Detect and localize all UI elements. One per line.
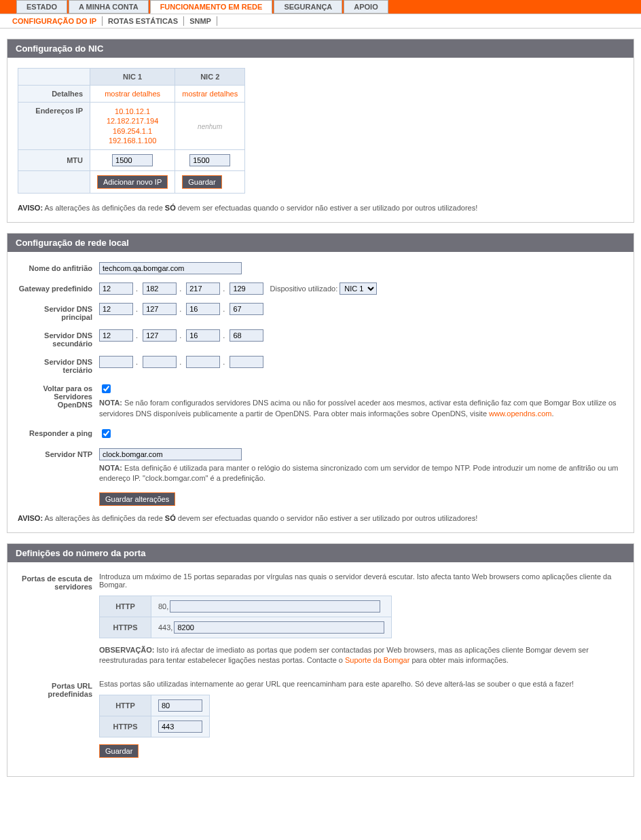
bomgar-support-link[interactable]: Suporte da Bomgar bbox=[345, 656, 409, 664]
nic-warning: AVISO: As alterações às definições da re… bbox=[18, 204, 623, 212]
listen-ports-desc: Introduza um máximo de 15 portas separad… bbox=[99, 572, 623, 589]
dns2-label: Servidor DNS secundário bbox=[18, 329, 99, 348]
main-tab-bar: ESTADO A MINHA CONTA FUNCIONAMENTO EM RE… bbox=[0, 0, 641, 14]
gateway-oct2[interactable] bbox=[143, 282, 177, 295]
dns3-oct2[interactable] bbox=[143, 356, 177, 368]
gateway-oct1[interactable] bbox=[99, 282, 133, 295]
sub-tab-bar: CONFIGURAÇÃO DO IP ROTAS ESTÁTICAS SNMP bbox=[0, 14, 641, 29]
listen-https-prefix: 443, bbox=[158, 623, 172, 632]
tab-seguranca[interactable]: SEGURANÇA bbox=[274, 0, 342, 14]
nic2-mtu-input[interactable] bbox=[189, 154, 230, 166]
tab-funcionamento-rede[interactable]: FUNCIONAMENTO EM REDE bbox=[150, 0, 273, 14]
subtab-rotas[interactable]: ROTAS ESTÁTICAS bbox=[103, 16, 184, 26]
device-select[interactable]: NIC 1 bbox=[340, 282, 377, 295]
hostname-input[interactable] bbox=[99, 262, 242, 274]
nic-row-ips-label: Endereços IP bbox=[18, 103, 90, 150]
opendns-link[interactable]: www.opendns.com bbox=[489, 409, 551, 418]
opendns-checkbox[interactable] bbox=[102, 384, 111, 393]
url-https-label: HTTPS bbox=[100, 716, 151, 737]
url-https-input[interactable] bbox=[158, 720, 202, 733]
listen-http-label: HTTP bbox=[100, 596, 151, 617]
listen-observation: OBSERVAÇÃO: Isto irá afectar de imediato… bbox=[99, 645, 623, 666]
nic1-ip-list: 10.10.12.1 12.182.217.194 169.254.1.1 19… bbox=[90, 103, 175, 150]
ntp-note: NOTA: Esta definição é utilizada para ma… bbox=[99, 463, 623, 484]
section-ports: Definições do número da porta Portas de … bbox=[7, 543, 634, 777]
dns3-oct4[interactable] bbox=[230, 356, 263, 368]
nic-col-2: NIC 2 bbox=[175, 69, 245, 86]
dns3-oct3[interactable] bbox=[186, 356, 220, 368]
dns1-oct2[interactable] bbox=[143, 303, 177, 315]
section-nic: Configuração do NIC NIC 1 NIC 2 Detalhes… bbox=[7, 39, 634, 223]
lan-save-button[interactable]: Guardar alterações bbox=[99, 492, 175, 506]
listen-ports-label: Portas de escuta de servidores bbox=[18, 572, 99, 591]
hostname-label: Nome do anfitrião bbox=[18, 262, 99, 272]
tab-estado[interactable]: ESTADO bbox=[16, 0, 67, 14]
tab-apoio[interactable]: APOIO bbox=[344, 0, 388, 14]
subtab-config-ip[interactable]: CONFIGURAÇÃO DO IP bbox=[7, 16, 103, 26]
dns1-oct1[interactable] bbox=[99, 303, 133, 315]
ntp-input[interactable] bbox=[99, 448, 242, 460]
url-port-table: HTTP HTTPS bbox=[99, 695, 210, 737]
url-ports-label: Portas URL predefinidas bbox=[18, 680, 99, 698]
listen-port-table: HTTP 80, HTTPS 443, bbox=[99, 596, 392, 638]
section-lan-title: Configuração de rede local bbox=[7, 234, 634, 252]
section-ports-title: Definições do número da porta bbox=[7, 544, 634, 562]
nic2-ip-none: nenhum bbox=[198, 123, 222, 130]
gateway-oct4[interactable] bbox=[230, 282, 263, 295]
url-http-label: HTTP bbox=[100, 695, 151, 716]
ntp-label: Servidor NTP bbox=[18, 448, 99, 458]
listen-http-prefix: 80, bbox=[158, 602, 168, 610]
ping-label: Responder a ping bbox=[18, 427, 99, 437]
ping-checkbox[interactable] bbox=[102, 429, 111, 438]
dns3-oct1[interactable] bbox=[99, 356, 133, 368]
nic-row-details-label: Detalhes bbox=[18, 86, 90, 103]
dns1-oct4[interactable] bbox=[230, 303, 263, 315]
dns2-oct4[interactable] bbox=[230, 329, 263, 342]
dns2-oct2[interactable] bbox=[143, 329, 177, 342]
device-label: Dispositivo utilizado: bbox=[270, 285, 338, 293]
section-lan: Configuração de rede local Nome do anfit… bbox=[7, 233, 634, 533]
nic-col-1: NIC 1 bbox=[90, 69, 175, 86]
listen-https-input[interactable] bbox=[174, 621, 384, 634]
lan-warning: AVISO: As alterações às definições da re… bbox=[18, 514, 623, 522]
gateway-label: Gateway predefinido bbox=[18, 282, 99, 293]
nic1-details-link[interactable]: mostrar detalhes bbox=[105, 90, 160, 98]
nic-table: NIC 1 NIC 2 Detalhes mostrar detalhes mo… bbox=[18, 68, 245, 194]
section-nic-title: Configuração do NIC bbox=[7, 39, 634, 58]
url-http-input[interactable] bbox=[158, 699, 202, 712]
dns2-oct3[interactable] bbox=[186, 329, 220, 342]
subtab-snmp[interactable]: SNMP bbox=[184, 16, 217, 26]
nic2-details-link[interactable]: mostrar detalhes bbox=[182, 90, 238, 98]
ports-save-button[interactable]: Guardar bbox=[99, 744, 139, 758]
nic-save-button[interactable]: Guardar bbox=[182, 175, 221, 189]
listen-http-input[interactable] bbox=[170, 600, 380, 613]
url-ports-desc: Estas portas são utilizadas internamente… bbox=[99, 680, 623, 688]
gateway-oct3[interactable] bbox=[186, 282, 220, 295]
dns1-label: Servidor DNS principal bbox=[18, 303, 99, 321]
dns2-oct1[interactable] bbox=[99, 329, 133, 342]
add-ip-button[interactable]: Adicionar novo IP bbox=[97, 175, 168, 189]
listen-https-label: HTTPS bbox=[100, 617, 151, 638]
dns1-oct3[interactable] bbox=[186, 303, 220, 315]
nic-row-mtu-label: MTU bbox=[18, 150, 90, 171]
opendns-note: NOTA: Se não foram configurados servidor… bbox=[99, 398, 623, 419]
opendns-label: Voltar para os Servidores OpenDNS bbox=[18, 382, 99, 409]
nic1-mtu-input[interactable] bbox=[112, 154, 153, 166]
tab-minha-conta[interactable]: A MINHA CONTA bbox=[69, 0, 149, 14]
tab-spacer bbox=[1, 0, 15, 14]
dns3-label: Servidor DNS terciário bbox=[18, 356, 99, 374]
